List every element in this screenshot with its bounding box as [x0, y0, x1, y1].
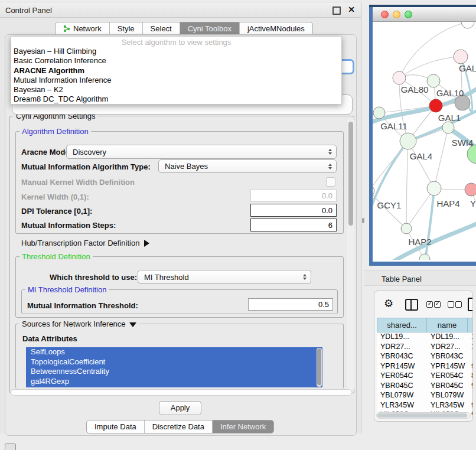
- network-canvas[interactable]: GAL GAL80 GAL10 GAL1 GAL11 SWI4 GAL4 HAP…: [373, 22, 476, 260]
- minimize-traffic-icon[interactable]: [393, 11, 400, 18]
- group-title: Threshold Definition: [19, 252, 93, 261]
- popup-item[interactable]: Basic Correlation Inference: [11, 56, 341, 66]
- dpi-tolerance-label: DPI Tolerance [0,1]:: [21, 207, 92, 216]
- node-label: GAL1: [438, 113, 461, 123]
- tab-cyni-toolbox[interactable]: Cyni Toolbox: [180, 22, 239, 35]
- network-node[interactable]: [465, 183, 476, 196]
- network-view-window: GAL GAL80 GAL10 GAL1 GAL11 SWI4 GAL4 HAP…: [369, 5, 476, 266]
- tab-style[interactable]: Style: [109, 22, 142, 35]
- list-item[interactable]: gal4RGexp: [26, 377, 322, 387]
- network-node-gal1[interactable]: [429, 99, 442, 112]
- popup-item-selected[interactable]: ARACNE Algorithm: [11, 66, 341, 76]
- which-threshold-combobox[interactable]: MI Threshold: [138, 270, 311, 284]
- network-node[interactable]: [427, 74, 440, 87]
- scrollbar-thumb[interactable]: [377, 413, 467, 418]
- settings-horizontal-scrollbar[interactable]: [11, 389, 352, 396]
- table-row[interactable]: YLR345WYLR345W9.: [377, 401, 473, 411]
- table-horizontal-scrollbar[interactable]: [376, 412, 471, 419]
- mi-algorithm-type-combobox[interactable]: Naive Bayes: [158, 159, 337, 173]
- tab-discretize-data[interactable]: Discretize Data: [144, 420, 212, 433]
- tab-network[interactable]: Network: [56, 22, 109, 35]
- manual-kernel-width-label: Manual Kernel Width Definition: [21, 178, 135, 187]
- node-label: HAP4: [436, 198, 459, 208]
- stepper-arrows-icon: [328, 164, 332, 169]
- network-view-inner: GAL GAL80 GAL10 GAL1 GAL11 SWI4 GAL4 HAP…: [373, 7, 476, 262]
- list-item[interactable]: SelfLoops: [26, 347, 322, 357]
- network-node[interactable]: [461, 22, 474, 28]
- columns-icon[interactable]: [405, 299, 418, 311]
- tab-select[interactable]: Select: [142, 22, 180, 35]
- network-node[interactable]: [427, 181, 441, 195]
- node-label: HAP2: [408, 237, 431, 247]
- chevron-down-icon: [129, 322, 136, 327]
- panel-divider-handle[interactable]: [362, 218, 364, 223]
- popup-item[interactable]: Bayesian – Hill Climbing: [11, 47, 341, 56]
- zoom-traffic-icon[interactable]: [405, 11, 412, 18]
- network-node[interactable]: [401, 223, 412, 234]
- dpi-tolerance-input[interactable]: [250, 204, 337, 217]
- table-row[interactable]: YDR27...YDR27...12: [377, 343, 473, 353]
- list-item[interactable]: TopologicalCoefficient: [26, 357, 322, 367]
- column-header[interactable]: shared...: [377, 318, 427, 332]
- tab-jactivemnodules[interactable]: jActiveMNodules: [239, 22, 312, 35]
- paste-table-icon[interactable]: [468, 298, 473, 311]
- table-row[interactable]: YBR043CYBR043C: [377, 352, 473, 362]
- select-all-checkbox-icon[interactable]: ✓: [434, 301, 441, 308]
- apply-button[interactable]: Apply: [159, 401, 201, 415]
- close-traffic-icon[interactable]: [381, 11, 389, 18]
- network-node[interactable]: [442, 122, 454, 133]
- control-panel-titlebar: Control Panel ✕: [0, 2, 361, 18]
- scrollbar-thumb[interactable]: [348, 122, 353, 226]
- column-header[interactable]: [468, 318, 473, 332]
- mi-steps-label: Mutual Information Steps:: [21, 221, 116, 230]
- group-title: Algorithm Definition: [19, 127, 91, 136]
- kernel-width-input[interactable]: [250, 190, 337, 202]
- float-window-icon[interactable]: [332, 6, 341, 15]
- mi-threshold-input[interactable]: [248, 298, 333, 311]
- popup-item[interactable]: Dream8 DC_TDC Algorithm: [11, 94, 341, 104]
- data-attributes-list[interactable]: SelfLoops TopologicalCoefficient Between…: [26, 347, 322, 387]
- application-desktop: Control Panel ✕ Network Style Select Cyn…: [0, 0, 476, 450]
- popup-item[interactable]: Bayesian – K2: [11, 85, 341, 94]
- network-node[interactable]: [454, 50, 468, 64]
- table-panel-card: ⚙ ✓ ✓ shared... name YDL19...YDL19...13 …: [374, 291, 473, 422]
- gear-icon[interactable]: ⚙: [384, 298, 393, 309]
- table-row[interactable]: YER054CYER054C8.: [377, 371, 473, 381]
- sources-group-title[interactable]: Sources for Network Inference: [19, 319, 139, 328]
- bottom-left-partial-icon[interactable]: [5, 444, 16, 450]
- chevron-right-icon: [144, 240, 149, 247]
- select-all-checkbox-icon[interactable]: ✓: [426, 301, 433, 308]
- list-item[interactable]: BetweennessCentrality: [26, 367, 322, 377]
- popup-item[interactable]: Mutual Information Inference: [11, 76, 341, 85]
- settings-vertical-scrollbar[interactable]: [347, 118, 354, 391]
- table-row[interactable]: YBR045CYBR045C9.: [377, 381, 473, 392]
- deselect-all-checkbox-icon[interactable]: [455, 301, 462, 308]
- aracne-mode-combobox[interactable]: Discovery: [66, 145, 337, 159]
- bottom-tab-bar: Impute Data Discretize Data Infer Networ…: [86, 420, 274, 433]
- network-node[interactable]: [373, 107, 385, 119]
- table-row[interactable]: YPR145WYPR145W9.: [377, 362, 473, 372]
- popup-placeholder: Select algorithm to view settings: [11, 37, 341, 47]
- tab-infer-network[interactable]: Infer Network: [212, 420, 273, 433]
- network-node[interactable]: [400, 133, 416, 149]
- table-row[interactable]: YDL19...YDL19...13: [377, 332, 473, 343]
- network-node[interactable]: [419, 254, 430, 260]
- table-panel-titlebar: Table Panel: [364, 270, 476, 286]
- hub-tf-definition-toggle[interactable]: Hub/Transcription Factor Definition: [21, 239, 149, 247]
- kernel-width-label: Kernel Width (0,1):: [21, 193, 89, 201]
- mi-steps-input[interactable]: [250, 219, 337, 231]
- group-title: MI Threshold Definition: [25, 285, 109, 294]
- tab-impute-data[interactable]: Impute Data: [87, 420, 144, 433]
- manual-kernel-width-checkbox[interactable]: [326, 177, 335, 187]
- algorithm-dropdown-popup: Select algorithm to view settings Bayesi…: [11, 36, 342, 105]
- node-label: GAL80: [401, 84, 429, 94]
- column-header[interactable]: name: [427, 318, 468, 332]
- network-window-titlebar[interactable]: [373, 7, 476, 22]
- table-row[interactable]: YBL079WYBL079W: [377, 391, 473, 401]
- node-label: GAL: [459, 63, 476, 73]
- close-icon[interactable]: ✕: [348, 5, 355, 14]
- network-node[interactable]: [373, 185, 374, 196]
- list-scrollbar[interactable]: [317, 348, 322, 387]
- deselect-all-checkbox-icon[interactable]: [448, 301, 454, 308]
- network-node[interactable]: [393, 71, 406, 84]
